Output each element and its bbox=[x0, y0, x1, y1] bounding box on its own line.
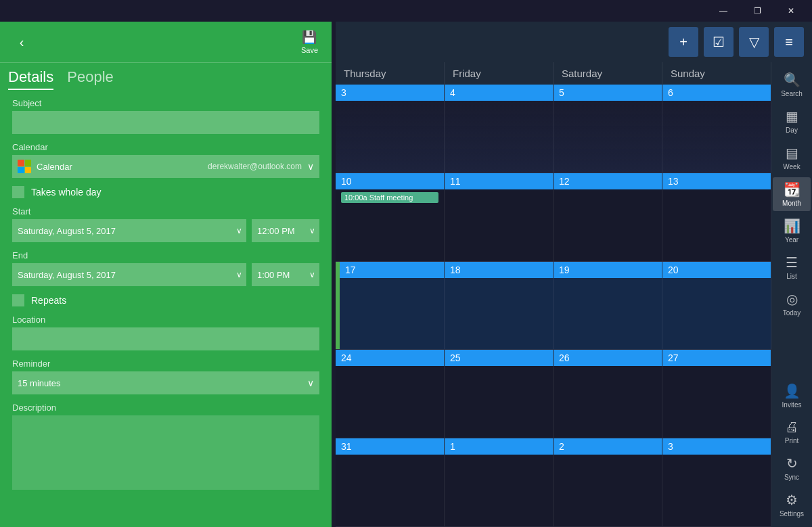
day-number: 18 bbox=[450, 265, 461, 275]
funnel-button[interactable]: ▽ bbox=[739, 27, 769, 57]
whole-day-row: Takes whole day bbox=[12, 186, 319, 198]
location-input[interactable] bbox=[12, 327, 319, 350]
calendar-select[interactable]: Calendar derekwalter@outlook.com ∨ bbox=[12, 155, 319, 178]
calendar-grid: Thursday Friday Saturday Sunday 3 4 bbox=[336, 62, 812, 527]
sidebar-item-today[interactable]: ◎ Today bbox=[773, 287, 811, 321]
sidebar-item-search[interactable]: 🔍 Search bbox=[773, 68, 811, 101]
cal-day-11[interactable]: 11 bbox=[445, 173, 554, 261]
start-date-time-row: Saturday, August 5, 2017 ∨ 12:00 PM ∨ bbox=[12, 219, 319, 242]
cal-day-20[interactable]: 20 bbox=[662, 262, 771, 350]
description-input[interactable] bbox=[12, 415, 319, 490]
cal-day-27[interactable]: 27 bbox=[662, 350, 771, 438]
sidebar-item-year[interactable]: 📊 Year bbox=[773, 214, 811, 248]
cal-day-17[interactable]: 17 bbox=[336, 262, 445, 350]
settings-icon: ⚙ bbox=[786, 492, 798, 508]
right-sidebar: 🔍 Search ▦ Day ▤ Week 📆 Month 📊 Yea bbox=[771, 62, 812, 527]
cal-day-26[interactable]: 26 bbox=[554, 350, 662, 438]
day-icon: ▦ bbox=[786, 108, 798, 124]
whole-day-label: Takes whole day bbox=[31, 187, 102, 198]
day-number: 6 bbox=[668, 87, 673, 98]
filter-button[interactable]: ☑ bbox=[704, 27, 734, 57]
calendar-name: Calendar bbox=[37, 162, 208, 172]
save-label: Save bbox=[301, 46, 318, 54]
sidebar-label-search: Search bbox=[781, 90, 803, 97]
cal-day-24[interactable]: 24 bbox=[336, 350, 445, 438]
ms-logo-yellow bbox=[25, 167, 32, 174]
description-label: Description bbox=[12, 403, 319, 413]
sidebar-item-week[interactable]: ▤ Week bbox=[773, 141, 811, 175]
sidebar-item-settings[interactable]: ⚙ Settings bbox=[773, 488, 811, 522]
sidebar-item-list[interactable]: ☰ List bbox=[773, 250, 811, 284]
microsoft-logo bbox=[18, 160, 31, 173]
event-tabs: Details People bbox=[0, 63, 332, 90]
month-icon: 📆 bbox=[784, 181, 800, 198]
calendar-weeks: 3 4 5 6 bbox=[336, 85, 771, 527]
subject-label: Subject bbox=[12, 98, 319, 108]
invites-icon: 👤 bbox=[784, 383, 800, 399]
day-number: 3 bbox=[668, 441, 673, 452]
description-group: Description bbox=[12, 403, 319, 490]
start-date-select[interactable]: Saturday, August 5, 2017 bbox=[12, 219, 246, 242]
end-date-time-row: Saturday, August 5, 2017 ∨ 1:00 PM ∨ bbox=[12, 263, 319, 286]
reminder-wrapper: 15 minutes 30 minutes 1 hour 1 day ∨ bbox=[12, 371, 319, 394]
sidebar-item-invites[interactable]: 👤 Invites bbox=[773, 379, 811, 413]
new-event-button[interactable]: + bbox=[669, 27, 698, 57]
whole-day-checkbox[interactable] bbox=[12, 186, 24, 198]
subject-input[interactable] bbox=[12, 111, 319, 134]
day-number: 4 bbox=[450, 87, 455, 98]
end-date-select[interactable]: Saturday, August 5, 2017 bbox=[12, 263, 246, 286]
sidebar-label-month: Month bbox=[782, 200, 801, 207]
cal-day-13[interactable]: 13 bbox=[662, 173, 771, 261]
cal-day-4[interactable]: 4 bbox=[445, 85, 554, 173]
reminder-select[interactable]: 15 minutes 30 minutes 1 hour 1 day bbox=[12, 371, 319, 394]
minimize-button[interactable]: — bbox=[708, 0, 739, 22]
search-icon: 🔍 bbox=[784, 72, 800, 88]
cal-day-5[interactable]: 5 bbox=[554, 85, 662, 173]
cal-day-19[interactable]: 19 bbox=[554, 262, 662, 350]
sidebar-item-day[interactable]: ▦ Day bbox=[773, 104, 811, 138]
start-time-select[interactable]: 12:00 PM bbox=[252, 219, 319, 242]
cal-day-10[interactable]: 10 10:00a Staff meeting bbox=[336, 173, 445, 261]
end-time-select[interactable]: 1:00 PM bbox=[252, 263, 319, 286]
day-number: 10 bbox=[341, 176, 352, 187]
event-header: ‹ 💾 Save bbox=[0, 22, 332, 63]
cal-day-25[interactable]: 25 bbox=[445, 350, 554, 438]
cal-day-sep1[interactable]: 1 bbox=[445, 438, 554, 526]
cal-day-31[interactable]: 31 bbox=[336, 438, 445, 526]
cal-day-3[interactable]: 3 bbox=[336, 85, 445, 173]
restore-button[interactable]: ❐ bbox=[742, 0, 773, 22]
day-header-friday: Friday bbox=[445, 62, 554, 85]
cal-day-18[interactable]: 18 bbox=[445, 262, 554, 350]
sidebar-item-print[interactable]: 🖨 Print bbox=[773, 415, 811, 449]
staff-meeting-event[interactable]: 10:00a Staff meeting bbox=[341, 192, 438, 203]
end-group: End Saturday, August 5, 2017 ∨ 1:00 PM ∨ bbox=[12, 250, 319, 286]
close-button[interactable]: ✕ bbox=[775, 0, 807, 22]
ms-logo-blue bbox=[18, 167, 24, 174]
calendar-email: derekwalter@outlook.com bbox=[208, 162, 302, 171]
day-header-thursday: Thursday bbox=[336, 62, 445, 85]
day-number: 3 bbox=[341, 87, 346, 98]
day-number: 12 bbox=[559, 176, 570, 187]
tab-details[interactable]: Details bbox=[8, 68, 53, 90]
cal-day-6[interactable]: 6 bbox=[662, 85, 771, 173]
cal-day-sep2[interactable]: 2 bbox=[554, 438, 662, 526]
tab-people[interactable]: People bbox=[67, 68, 114, 90]
reminder-label: Reminder bbox=[12, 359, 319, 369]
sidebar-item-month[interactable]: 📆 Month bbox=[773, 177, 811, 211]
day-headers: Thursday Friday Saturday Sunday bbox=[336, 62, 771, 85]
cal-day-sep3[interactable]: 3 bbox=[662, 438, 771, 526]
day-number: 5 bbox=[559, 87, 564, 98]
sync-icon: ↻ bbox=[786, 455, 798, 472]
menu-button[interactable]: ≡ bbox=[774, 27, 804, 57]
day-number: 20 bbox=[668, 265, 679, 275]
list-icon: ☰ bbox=[786, 254, 798, 271]
year-icon: 📊 bbox=[784, 218, 800, 234]
end-date-wrapper: Saturday, August 5, 2017 ∨ bbox=[12, 263, 246, 286]
day-number: 2 bbox=[559, 441, 564, 452]
back-button[interactable]: ‹ bbox=[8, 28, 35, 55]
repeats-checkbox[interactable] bbox=[12, 294, 24, 306]
save-button[interactable]: 💾 Save bbox=[296, 27, 323, 57]
sidebar-item-sync[interactable]: ↻ Sync bbox=[773, 451, 811, 485]
cal-day-12[interactable]: 12 bbox=[554, 173, 662, 261]
calendar-toolbar: + ☑ ▽ ≡ bbox=[336, 22, 812, 62]
